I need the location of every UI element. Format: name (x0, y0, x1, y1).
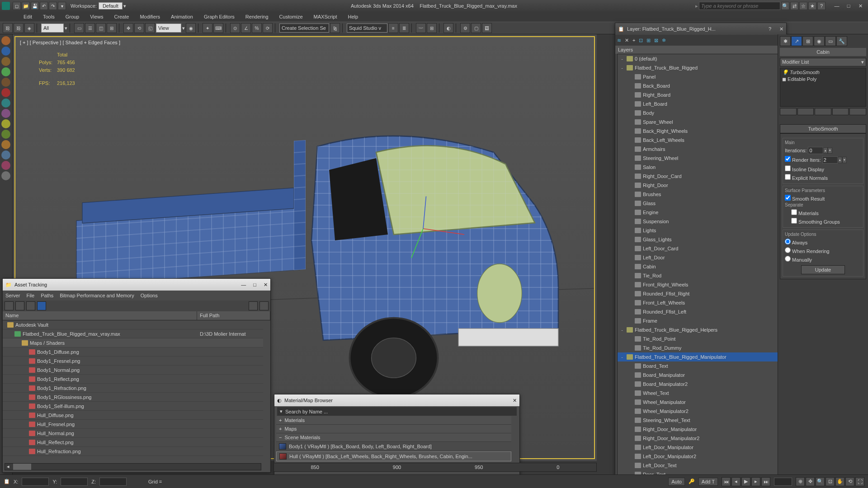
zoom-all-icon[interactable]: ⊡ (826, 477, 835, 486)
col-path[interactable]: Full Path (197, 311, 270, 320)
sphere-icon[interactable] (1, 36, 10, 45)
selection-filter[interactable]: All (41, 23, 64, 33)
select-icon[interactable]: ⊡ (639, 38, 643, 43)
layer-node[interactable]: Engine (618, 208, 784, 217)
named-selection[interactable]: Create Selection Se (279, 23, 329, 33)
pan-icon[interactable]: ✋ (835, 477, 844, 486)
update-always-radio[interactable] (785, 239, 791, 244)
asset-menu-item[interactable]: File (26, 293, 34, 298)
new-layer-icon[interactable]: ≋ (617, 38, 621, 43)
window-crossing-icon[interactable]: ⊞ (107, 23, 117, 33)
rollout-header[interactable]: TurboSmooth (780, 124, 866, 133)
new-icon[interactable]: ◻ (13, 2, 21, 10)
key-icon[interactable]: 🔑 (689, 479, 695, 484)
asset-row[interactable]: Hull_Diffuse.png (3, 411, 263, 420)
sphere-icon[interactable] (1, 109, 10, 118)
modifier-list-combo[interactable]: Modifier List▾ (780, 58, 866, 66)
sphere-icon[interactable] (1, 171, 10, 180)
layer-node[interactable]: -Flatbed_Truck_Blue_Rigged_Helpers (618, 325, 784, 334)
delete-layer-icon[interactable]: ✕ (625, 38, 629, 43)
layer-node[interactable]: Cabin (618, 262, 784, 271)
layer-node[interactable]: Steering_Wheel (618, 154, 784, 163)
spinner-up-icon[interactable]: ▴ (838, 157, 842, 163)
exchange-icon[interactable]: ⇄ (790, 2, 798, 10)
mirror-icon[interactable]: ⧎ (330, 23, 340, 33)
select-name-icon[interactable]: ☰ (85, 23, 95, 33)
scale-icon[interactable]: ◱ (145, 23, 155, 33)
help-search-input[interactable] (699, 2, 780, 10)
object-name-field[interactable]: Cabin (780, 48, 866, 56)
asset-row[interactable]: Body1_Normal.png (3, 366, 263, 375)
project-icon[interactable]: ▾ (58, 2, 66, 10)
asset-row[interactable]: Body1_Refraction.png (3, 384, 263, 393)
manipulate-icon[interactable]: ✦ (203, 23, 212, 33)
minimize-icon[interactable]: — (241, 282, 246, 287)
maps-group[interactable]: +Maps (276, 425, 511, 433)
open-icon[interactable]: 📁 (22, 2, 30, 10)
menu-animation[interactable]: Animation (165, 13, 198, 21)
curve-editor-icon[interactable]: 〰 (416, 23, 426, 33)
layer-node[interactable]: Wheel_Manipulator (618, 398, 784, 407)
table-icon[interactable] (37, 301, 46, 310)
asset-row[interactable]: Body1_Self-illum.png (3, 402, 263, 411)
bind-icon[interactable]: ◈ (24, 23, 34, 33)
layer-node[interactable]: Suspension (618, 217, 784, 226)
menu-rendering[interactable]: Rendering (240, 13, 274, 21)
align-icon[interactable]: ≡ (388, 23, 398, 33)
favorites-icon[interactable]: ★ (808, 2, 816, 10)
asset-row[interactable]: Hull_Reflect.png (3, 438, 263, 447)
layer-tree[interactable]: -0 (default)-Flatbed_Truck_Blue_RiggedPa… (617, 54, 784, 486)
close-button[interactable]: ✕ (854, 2, 866, 10)
sphere-icon[interactable] (1, 150, 10, 160)
spinner-down-icon[interactable]: ▾ (842, 157, 847, 163)
asset-menu-item[interactable]: Paths (41, 293, 53, 298)
add-icon[interactable]: + (632, 38, 635, 43)
asset-menu-item[interactable]: Options (141, 293, 158, 298)
asset-row[interactable]: Body1_RGlossiness.png (3, 393, 263, 402)
layer-node[interactable]: Glass_Lights (618, 235, 784, 244)
layer-node[interactable]: Left_Door_Manipulator (618, 443, 784, 452)
menu-maxscript[interactable]: MAXScript (308, 13, 343, 21)
show-icon[interactable] (797, 108, 814, 115)
layer-node[interactable]: Front_Left_Wheels (618, 298, 784, 307)
layer-node[interactable]: Spare_Wheel (618, 117, 784, 127)
update-button[interactable]: Update (801, 265, 845, 274)
modify-tab[interactable]: ↗ (791, 36, 802, 46)
asset-row[interactable]: Hull_Normal.png (3, 429, 263, 438)
layers-icon[interactable]: ≣ (399, 23, 409, 33)
spinner-snap-icon[interactable]: ⟳ (263, 23, 273, 33)
material-search[interactable]: ▾ Search by Name ... (277, 407, 517, 416)
layer-node[interactable]: Right_Board (618, 90, 784, 99)
sphere-icon[interactable] (1, 47, 10, 56)
layer-node[interactable]: Right_Door_Manipulator (618, 425, 784, 434)
sphere-icon[interactable] (1, 119, 10, 128)
sphere-icon[interactable] (1, 161, 10, 170)
menu-views[interactable]: Views (85, 13, 108, 21)
layer-node[interactable]: Tie_Rod_Point (618, 334, 784, 343)
layer-node[interactable]: Left_Door (618, 253, 784, 262)
layer-node[interactable]: Lights (618, 226, 784, 235)
undo-icon[interactable]: ↶ (40, 2, 48, 10)
asset-menu-item[interactable]: Bitmap Performance and Memory (60, 293, 134, 298)
layer-node[interactable]: Rounded_Ffist_Right (618, 289, 784, 298)
asset-row[interactable]: Body1_Reflect.png (3, 375, 263, 384)
rotate-icon[interactable]: ⟲ (134, 23, 144, 33)
dropdown-icon[interactable]: ▾ (65, 25, 67, 31)
explicit-checkbox[interactable] (785, 174, 791, 180)
angle-snap-icon[interactable]: ∠ (241, 23, 251, 33)
render-icon[interactable]: 🖼 (482, 23, 492, 33)
close-icon[interactable]: ✕ (264, 282, 268, 288)
layer-node[interactable]: Steering_Wheel_Text (618, 416, 784, 425)
maximize-icon[interactable]: □ (253, 282, 256, 287)
y-input[interactable] (61, 478, 88, 486)
spinner-up-icon[interactable]: ▴ (823, 147, 828, 154)
frame-input[interactable] (774, 478, 792, 486)
menu-create[interactable]: Create (108, 13, 134, 21)
ref-coord-system[interactable]: View (156, 23, 181, 33)
asset-dialog-titlebar[interactable]: 📁 Asset Tracking — □ ✕ (3, 279, 270, 291)
spinner-down-icon[interactable]: ▾ (828, 147, 832, 154)
time-config-icon[interactable]: ⊕ (796, 477, 805, 486)
goto-end-icon[interactable]: ⏭ (761, 477, 770, 486)
layer-node[interactable]: Frame (618, 316, 784, 325)
layer-node[interactable]: Back_Board (618, 81, 784, 90)
